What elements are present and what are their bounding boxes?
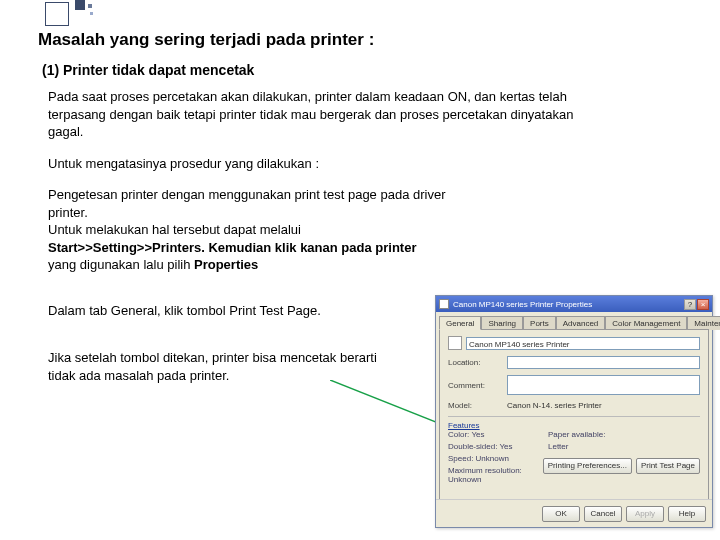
- comment-field[interactable]: [507, 375, 700, 395]
- model-value: Canon N-14. series Printer: [507, 401, 602, 410]
- printer-icon: [439, 299, 449, 309]
- print-test-page-button[interactable]: Print Test Page: [636, 458, 700, 474]
- help-window-button[interactable]: ?: [684, 299, 696, 310]
- dialog-titlebar[interactable]: Canon MP140 series Printer Properties ? …: [436, 296, 712, 312]
- tab-general[interactable]: General: [439, 316, 481, 330]
- info-speed: Speed: Unknown: [448, 454, 548, 463]
- paragraph-procedure-intro: Untuk mengatasinya prosedur yang dilakuk…: [48, 155, 588, 173]
- page-title: Masalah yang sering terjadi pada printer…: [38, 30, 700, 50]
- info-double-sided: Double-sided: Yes: [448, 442, 548, 451]
- cancel-button[interactable]: Cancel: [584, 506, 622, 522]
- ok-button[interactable]: OK: [542, 506, 580, 522]
- tab-color-management[interactable]: Color Management: [605, 316, 687, 330]
- tab-ports[interactable]: Ports: [523, 316, 556, 330]
- paragraph-result: Jika setelah tombol ditekan, printer bis…: [48, 349, 388, 384]
- paragraph-procedure-steps: Pengetesan printer dengan menggunakan pr…: [48, 186, 488, 274]
- info-color: Color: Yes: [448, 430, 548, 439]
- tab-panel-general: Canon MP140 series Printer Location: Com…: [439, 329, 709, 505]
- model-label: Model:: [448, 401, 503, 410]
- location-field[interactable]: [507, 356, 700, 369]
- features-label: Features: [448, 421, 700, 430]
- printer-properties-dialog: Canon MP140 series Printer Properties ? …: [435, 295, 713, 528]
- tab-maintenance[interactable]: Maintenance: [687, 316, 720, 330]
- apply-button[interactable]: Apply: [626, 506, 664, 522]
- close-window-button[interactable]: ×: [697, 299, 709, 310]
- printer-large-icon: [448, 336, 462, 350]
- info-paper-value: Letter: [548, 442, 568, 451]
- comment-label: Comment:: [448, 381, 503, 390]
- printer-name-field[interactable]: Canon MP140 series Printer: [466, 337, 700, 350]
- info-paper-label: Paper available:: [548, 430, 605, 439]
- paragraph-problem-description: Pada saat proses percetakan akan dilakuk…: [48, 88, 588, 141]
- slide-corner-decoration: [0, 0, 130, 28]
- location-label: Location:: [448, 358, 503, 367]
- info-resolution: Maximum resolution: Unknown: [448, 466, 548, 484]
- printing-preferences-button[interactable]: Printing Preferences...: [543, 458, 632, 474]
- dialog-title: Canon MP140 series Printer Properties: [453, 300, 683, 309]
- tab-advanced[interactable]: Advanced: [556, 316, 606, 330]
- dialog-tabs: General Sharing Ports Advanced Color Man…: [436, 312, 712, 329]
- section-subheading: (1) Printer tidak dapat mencetak: [42, 62, 700, 78]
- paragraph-print-test-instruction: Dalam tab General, klik tombol Print Tes…: [48, 302, 388, 320]
- help-button[interactable]: Help: [668, 506, 706, 522]
- tab-sharing[interactable]: Sharing: [481, 316, 523, 330]
- dialog-button-bar: OK Cancel Apply Help: [436, 499, 712, 527]
